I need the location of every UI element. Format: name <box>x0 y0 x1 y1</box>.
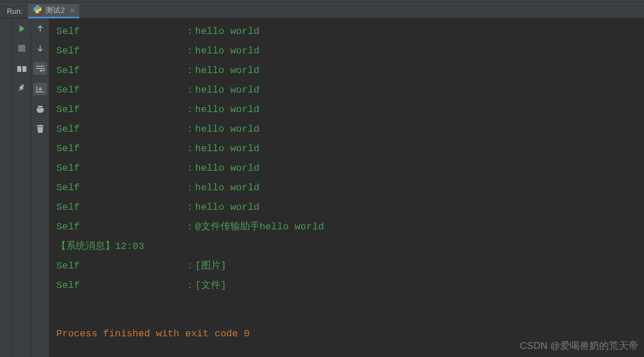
console-line: Self ：@文件传输助手hello world <box>56 217 637 237</box>
console-line: Self ：hello world <box>56 120 637 139</box>
console-line: Self ：hello world <box>56 22 637 41</box>
console-line: Self ：[图片] <box>56 256 637 276</box>
run-config-tab[interactable]: 测试2 × <box>28 3 79 18</box>
scroll-to-end-button[interactable] <box>33 83 47 95</box>
console-line: Self ：hello world <box>56 139 637 159</box>
down-arrow-icon[interactable] <box>34 43 46 54</box>
soft-wrap-button[interactable] <box>33 62 47 75</box>
console-line: 【系统消息】12:03 <box>56 237 637 256</box>
rerun-button[interactable] <box>16 23 28 34</box>
console-line: Self ：hello world <box>56 159 637 178</box>
console-line: Self ：hello world <box>56 41 637 61</box>
run-toolbar-primary <box>13 18 31 357</box>
stop-button[interactable] <box>16 43 28 54</box>
print-button[interactable] <box>34 103 46 115</box>
close-icon[interactable]: × <box>70 6 75 15</box>
favorites-tool-tab[interactable]: ★ 2: Favorites <box>0 298 1 340</box>
console-line: Self ：[文件] <box>56 276 637 295</box>
console-line: Self ：hello world <box>56 100 637 120</box>
run-config-name: 测试2 <box>45 5 64 16</box>
python-icon <box>33 5 42 16</box>
trash-button[interactable] <box>34 123 46 135</box>
pin-button[interactable] <box>16 82 28 93</box>
console-output[interactable]: Self ：hello worldSelf ：hello worldSelf ：… <box>49 18 644 357</box>
run-toolbar-secondary <box>31 18 49 357</box>
left-gutter: ★ 2: Favorites <box>0 18 13 357</box>
run-tool-header: Run: 测试2 × <box>0 3 644 18</box>
run-label: Run: <box>7 7 22 16</box>
console-line: Self ：hello world <box>56 198 637 217</box>
svg-rect-0 <box>18 45 25 52</box>
console-line: Self ：hello world <box>56 178 637 198</box>
layout-button[interactable] <box>16 62 28 74</box>
svg-rect-1 <box>17 66 21 72</box>
svg-rect-2 <box>22 66 26 72</box>
star-icon: ★ <box>0 333 1 340</box>
up-arrow-icon[interactable] <box>34 23 46 34</box>
console-line: Self ：hello world <box>56 80 637 100</box>
console-line: Self ：hello world <box>56 61 637 80</box>
watermark: CSDN @爱喝兽奶的荒天帝 <box>520 339 638 352</box>
